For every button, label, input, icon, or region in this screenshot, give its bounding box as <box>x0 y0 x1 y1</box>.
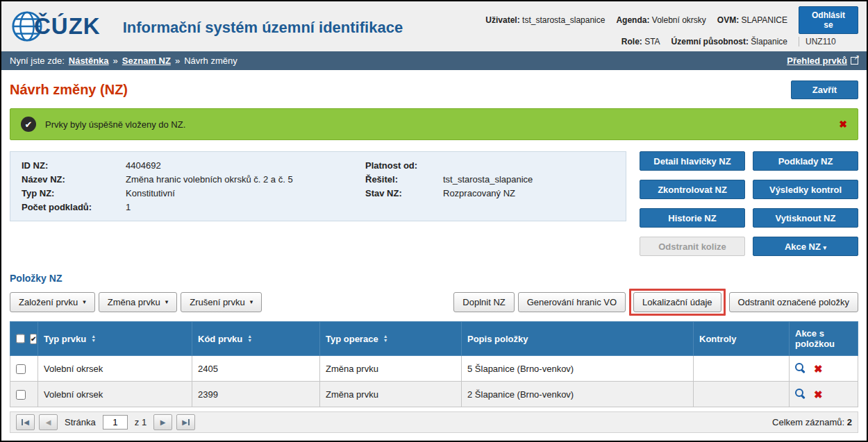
page-of-label: z 1 <box>135 417 147 427</box>
agenda-info: Agenda: Volební okrsky <box>616 15 706 25</box>
polozky-nz-heading: Položky NZ <box>10 273 858 284</box>
column-header-kontroly: Kontroly <box>694 322 790 356</box>
historie-nz-button[interactable]: Historie NZ <box>640 208 745 228</box>
highlight-annotation: Lokalizační údaje <box>629 289 725 316</box>
row-checkbox[interactable] <box>16 390 26 400</box>
cell-typ-prvku: Volební okrsek <box>38 382 192 407</box>
scope-info: Územní působnost: Šlapanice <box>671 37 787 46</box>
stav-nz-label: Stav NZ: <box>365 188 443 198</box>
chevron-down-icon: ▾ <box>824 244 827 251</box>
logo-text: ČÚZK <box>34 13 101 40</box>
delete-row-icon[interactable]: ✖ <box>814 389 823 400</box>
akce-nz-dropdown-button[interactable]: Akce NZ ▾ <box>753 237 858 256</box>
prehled-prvku-link[interactable]: Přehled prvků ↗ <box>787 56 858 66</box>
nazev-nz-label: Název NZ: <box>22 174 126 185</box>
sort-icon[interactable]: ▲▼ <box>247 334 252 343</box>
cuzk-logo: ČÚZK <box>11 10 101 42</box>
column-header-akce: Akce s položkou <box>790 322 858 356</box>
cell-kontroly <box>694 382 790 407</box>
podklady-label: Počet podkladů: <box>22 202 126 212</box>
cell-popis: 2 Šlapanice (Brno-venkov) <box>462 382 694 407</box>
generovani-hranic-vo-button[interactable]: Generování hranic VO <box>518 292 626 312</box>
role-info: Role: STA <box>621 37 660 46</box>
resitel-label: Řešitel: <box>365 174 443 185</box>
select-all-checkbox[interactable] <box>16 334 25 343</box>
sort-icon[interactable]: ▲▼ <box>91 334 96 343</box>
zmena-prvku-dropdown[interactable]: Změna prvku ▾ <box>99 292 177 312</box>
chevron-down-icon: ▾ <box>250 299 253 305</box>
message-close-icon[interactable]: ✖ <box>839 119 847 130</box>
podklady-value: 1 <box>126 202 365 212</box>
close-button[interactable]: Zavřít <box>791 80 858 99</box>
resitel-value: tst_starosta_slapanice <box>443 174 615 185</box>
cell-popis: 5 Šlapanice (Brno-venkov) <box>462 356 694 382</box>
breadcrumb-prefix: Nyní jste zde: <box>10 56 65 66</box>
delete-row-icon[interactable]: ✖ <box>814 364 823 374</box>
pagination-bar: ◀ ◀ Stránka z 1 ▶ ▶ Celkem záznamů: 2 <box>10 411 858 433</box>
column-header-popis-polozky: Popis položky <box>462 322 694 356</box>
stav-nz-value: Rozpracovaný NZ <box>443 188 615 198</box>
column-header-typ-prvku[interactable]: Typ prvku ▲▼ <box>38 322 192 356</box>
doplnit-nz-button[interactable]: Doplnit NZ <box>453 292 514 312</box>
breadcrumb-link-seznam-nz[interactable]: Seznam NZ <box>122 56 171 66</box>
app-header: ČÚZK Informační systém územní identifika… <box>1 1 867 51</box>
lokalizacni-udaje-button[interactable]: Lokalizační údaje <box>633 292 721 312</box>
chevron-down-icon: ▾ <box>83 299 86 305</box>
cell-kod-prvku: 2399 <box>192 382 320 407</box>
page-number-input[interactable] <box>103 415 128 430</box>
table-header-row: ✔ Typ prvku ▲▼ Kód prvku ▲▼ Typ <box>10 322 858 356</box>
table-row: Volební okrsek 2399 Změna prvku 2 Šlapan… <box>10 382 858 407</box>
user-info: Uživatel: tst_starosta_slapanice <box>485 15 605 25</box>
success-message-text: Prvky byly úspěšně vloženy do NZ. <box>45 119 185 130</box>
chevron-down-icon: ▾ <box>165 299 169 305</box>
select-all-header: ✔ <box>10 322 38 356</box>
id-nz-value: 4404692 <box>126 160 365 171</box>
success-check-icon: ✔ <box>21 117 36 132</box>
detail-hlavicky-nz-button[interactable]: Detail hlavičky NZ <box>640 151 745 171</box>
zruseni-prvku-dropdown[interactable]: Zrušení prvku ▾ <box>181 292 262 312</box>
column-header-kod-prvku[interactable]: Kód prvku ▲▼ <box>192 322 320 356</box>
zalozeni-prvku-dropdown[interactable]: Založení prvku ▾ <box>10 292 95 312</box>
nz-info-panel: ID NZ: 4404692 Platnost od: Název NZ: Zm… <box>10 151 626 221</box>
items-table: ✔ Typ prvku ▲▼ Kód prvku ▲▼ Typ <box>10 321 858 407</box>
id-nz-label: ID NZ: <box>22 160 126 171</box>
first-page-button[interactable]: ◀ <box>16 414 35 430</box>
platnost-value <box>443 160 615 171</box>
vytisknout-nz-button[interactable]: Vytisknout NZ <box>753 208 858 228</box>
success-message: ✔ Prvky byly úspěšně vloženy do NZ. ✖ <box>10 108 858 140</box>
items-toolbar: Založení prvku ▾ Změna prvku ▾ Zrušení p… <box>10 289 858 316</box>
vysledky-kontrol-button[interactable]: Výsledky kontrol <box>753 180 858 199</box>
app-title: Informační systém územní identifikace <box>123 19 403 37</box>
platnost-label: Platnost od: <box>365 160 443 171</box>
previous-page-button[interactable]: ◀ <box>39 414 58 430</box>
breadcrumb-link-nastenka[interactable]: Nástěnka <box>69 56 109 66</box>
main-content: Návrh změny (NZ) Zavřít ✔ Prvky byly úsp… <box>1 70 867 441</box>
last-page-button[interactable]: ▶ <box>176 414 195 430</box>
zkontrolovat-nz-button[interactable]: Zkontrolovat NZ <box>640 180 745 199</box>
typ-nz-value: Konstitutivní <box>126 188 365 198</box>
invert-selection-icon[interactable]: ✔ <box>30 334 37 344</box>
sort-icon[interactable]: ▲▼ <box>383 334 388 343</box>
header-user-info: Uživatel: tst_starosta_slapanice Agenda:… <box>485 3 858 49</box>
podklady-nz-button[interactable]: Podklady NZ <box>753 151 858 171</box>
page: ČÚZK Informační systém územní identifika… <box>0 0 868 442</box>
logout-button[interactable]: Odhlásit se <box>799 6 858 34</box>
row-checkbox[interactable] <box>16 364 26 374</box>
nz-action-buttons: Detail hlavičky NZ Podklady NZ Zkontrolo… <box>640 151 858 256</box>
cell-typ-operace: Změna prvku <box>320 382 462 407</box>
next-page-button[interactable]: ▶ <box>153 414 172 430</box>
breadcrumb: Nyní jste zde: Nástěnka » Seznam NZ » Ná… <box>1 51 867 70</box>
column-header-typ-operace[interactable]: Typ operace ▲▼ <box>320 322 462 356</box>
cell-typ-prvku: Volební okrsek <box>38 356 192 382</box>
page-label: Stránka <box>65 417 96 427</box>
odstranit-oznacene-polozky-button[interactable]: Odstranit označené položky <box>729 292 858 312</box>
breadcrumb-current: Návrh změny <box>184 56 237 66</box>
cell-kod-prvku: 2405 <box>192 356 320 382</box>
external-link-icon: ↗ <box>851 57 858 65</box>
search-icon[interactable] <box>795 389 806 400</box>
nazev-nz-value: Změna hranic volebních okrsků č. 2 a č. … <box>126 174 365 185</box>
odstranit-kolize-button: Odstranit kolize <box>640 237 745 256</box>
cell-kontroly <box>694 356 790 382</box>
table-row: Volební okrsek 2405 Změna prvku 5 Šlapan… <box>10 356 858 382</box>
search-icon[interactable] <box>795 363 806 374</box>
